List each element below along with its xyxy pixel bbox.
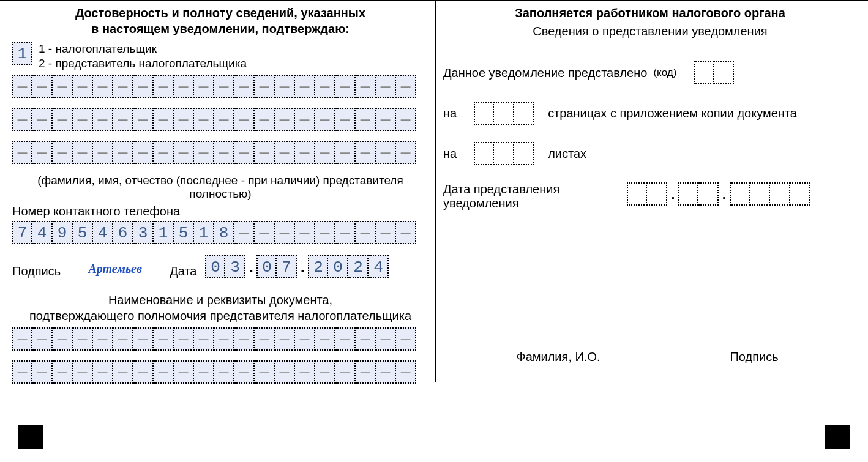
input-cell: — (53, 108, 73, 131)
input-cell: — (275, 141, 295, 164)
empty-cell (730, 182, 750, 206)
signature-label: Подпись (12, 264, 61, 278)
input-cell: — (335, 360, 356, 384)
input-cell: — (315, 75, 335, 98)
input-cell: 1 (154, 221, 174, 244)
input-cell: — (376, 221, 396, 244)
doc-title-l2: подтверждающего полномочия представителя… (12, 308, 428, 324)
input-cell: — (93, 75, 113, 98)
input-cell: — (356, 327, 376, 351)
input-cell: — (255, 141, 275, 164)
phone-label: Номер контактного телефона (12, 204, 428, 218)
sheets-suffix: листах (548, 147, 586, 161)
input-cell: — (194, 360, 214, 384)
input-cell: — (356, 141, 376, 164)
input-cell: — (32, 141, 53, 164)
input-cell: — (295, 221, 315, 244)
input-cell: — (356, 360, 376, 384)
input-cell: — (154, 141, 174, 164)
input-cell: — (194, 141, 214, 164)
r-date-dot-2: . (719, 182, 730, 206)
sheets-field[interactable] (474, 142, 534, 165)
input-cell: 0 (205, 255, 225, 278)
empty-cell (678, 182, 698, 206)
input-cell: — (73, 108, 93, 131)
input-cell: — (255, 327, 275, 351)
input-cell: — (194, 327, 214, 351)
input-cell: — (295, 141, 315, 164)
input-cell: — (174, 360, 194, 384)
empty-cell (514, 102, 534, 125)
input-cell: 4 (93, 221, 113, 244)
input-cell: — (335, 141, 356, 164)
input-cell: — (295, 108, 315, 131)
input-cell: — (376, 360, 396, 384)
presented-label: Данное уведомление представлено (443, 66, 647, 80)
representative-name-grid[interactable]: ————————————————————————————————————————… (12, 75, 428, 164)
input-cell: — (255, 75, 275, 98)
input-cell: 3 (133, 221, 154, 244)
empty-cell (770, 182, 790, 206)
input-cell: — (376, 75, 396, 98)
input-cell: — (315, 141, 335, 164)
input-cell: — (335, 75, 356, 98)
legend-option-2: 2 - представитель налогоплательщика (39, 56, 247, 71)
input-cell: — (113, 360, 133, 384)
submitter-code-field[interactable]: 1 (12, 42, 32, 65)
input-cell: — (133, 141, 154, 164)
presented-code-field[interactable] (694, 61, 734, 84)
name-note-l1: (фамилия, имя, отчество (последнее - при… (12, 174, 428, 187)
marker-square-left (18, 425, 43, 449)
input-cell: — (275, 221, 295, 244)
input-cell: — (255, 108, 275, 131)
input-cell: — (295, 360, 315, 384)
input-cell: — (234, 360, 255, 384)
input-cell: — (154, 360, 174, 384)
code-hint: (код) (653, 67, 676, 79)
input-cell: — (133, 360, 154, 384)
right-panel: Заполняется работником налогового органа… (443, 5, 857, 211)
input-cell: — (133, 75, 154, 98)
input-cell: — (93, 141, 113, 164)
left-title-l2: в настоящем уведомлении, подтверждаю: (12, 21, 428, 37)
r-date-label-l2: уведомления (443, 196, 621, 211)
phone-field[interactable]: 74954631518————————— (12, 221, 428, 244)
sign-label: Подпись (675, 350, 834, 364)
doc-title-l1: Наименование и реквизиты документа, (12, 292, 428, 308)
r-date-field[interactable]: . . (627, 182, 810, 206)
input-cell: — (356, 221, 376, 244)
on-label-1: на (443, 106, 457, 121)
input-cell: 2 (348, 255, 369, 278)
input-cell: — (93, 327, 113, 351)
input-cell: — (335, 221, 356, 244)
input-cell: 4 (32, 221, 53, 244)
input-cell: — (214, 327, 234, 351)
fio-label: Фамилия, И.О. (479, 350, 638, 364)
input-cell: 2 (308, 255, 328, 278)
input-cell: — (73, 75, 93, 98)
input-cell: — (32, 327, 53, 351)
input-cell: — (234, 108, 255, 131)
input-cell: — (133, 327, 154, 351)
input-cell: — (396, 327, 416, 351)
signature-value[interactable]: Артемьев (69, 261, 161, 278)
input-cell: — (315, 108, 335, 131)
input-cell: 4 (369, 255, 389, 278)
input-cell: — (73, 141, 93, 164)
input-cell: — (396, 360, 416, 384)
pages-field[interactable] (474, 102, 534, 125)
input-cell: — (133, 108, 154, 131)
doc-name-grid[interactable]: ———————————————————————————————————————— (12, 327, 428, 384)
input-cell: — (255, 360, 275, 384)
input-cell: — (376, 141, 396, 164)
input-cell: — (154, 327, 174, 351)
right-title: Заполняется работником налогового органа (443, 5, 857, 21)
input-cell: 7 (12, 221, 32, 244)
input-cell: — (234, 75, 255, 98)
legend-option-1: 1 - налогоплательщик (39, 42, 247, 56)
empty-cell (698, 182, 719, 206)
input-cell: — (154, 75, 174, 98)
input-cell: — (214, 108, 234, 131)
date-field[interactable]: 03 . 07 . 2024 (205, 255, 389, 278)
input-cell: — (214, 141, 234, 164)
